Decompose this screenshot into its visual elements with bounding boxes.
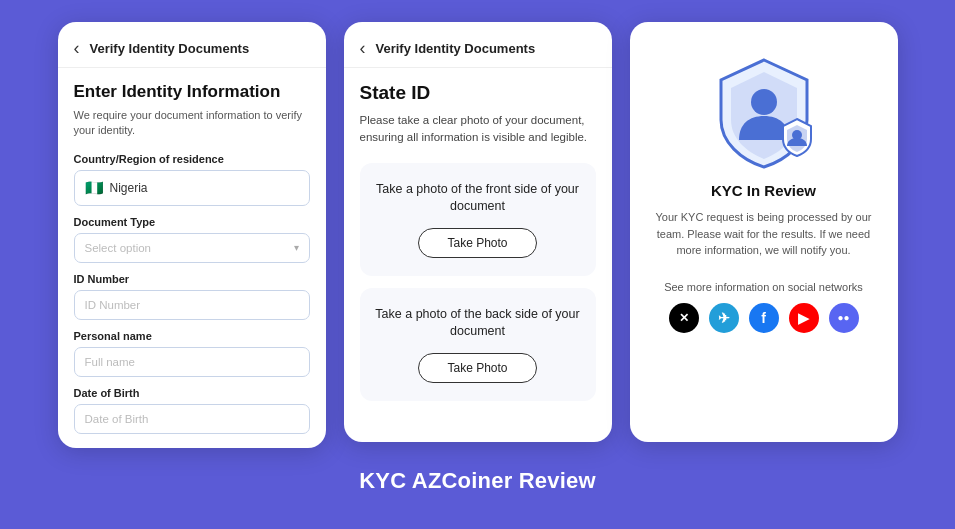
personal-name-field-label: Personal name	[74, 330, 310, 342]
chevron-down-icon: ▾	[294, 242, 299, 253]
front-photo-box: Take a photo of the front side of your d…	[360, 163, 596, 276]
country-input[interactable]: 🇳🇬 Nigeria	[74, 170, 310, 206]
card2-header: ‹ Verify Identity Documents	[344, 22, 612, 68]
card2-section-title: State ID	[360, 82, 596, 104]
back-arrow-icon[interactable]: ‹	[74, 38, 80, 59]
discord-icon[interactable]: ●●	[829, 303, 859, 333]
back-arrow-icon-2[interactable]: ‹	[360, 38, 366, 59]
nigeria-flag-icon: 🇳🇬	[85, 179, 104, 197]
telegram-icon[interactable]: ✈	[709, 303, 739, 333]
dob-input[interactable]: Date of Birth	[74, 404, 310, 434]
doc-type-select[interactable]: Select option ▾	[74, 233, 310, 263]
personal-name-input[interactable]: Full name	[74, 347, 310, 377]
card2-header-title: Verify Identity Documents	[376, 41, 536, 56]
id-number-input[interactable]: ID Number	[74, 290, 310, 320]
personal-name-placeholder: Full name	[85, 356, 136, 368]
card1-section-title: Enter Identity Information	[74, 82, 310, 102]
card2-body: State ID Please take a clear photo of yo…	[344, 68, 612, 427]
card-kyc-review: KYC In Review Your KYC request is being …	[630, 22, 898, 442]
doc-type-placeholder: Select option	[85, 242, 152, 254]
dob-field-label: Date of Birth	[74, 387, 310, 399]
country-field-label: Country/Region of residence	[74, 153, 310, 165]
kyc-review-title: KYC In Review	[711, 182, 816, 199]
shield-container	[709, 52, 819, 172]
take-back-photo-button[interactable]: Take Photo	[418, 353, 536, 383]
card1-header: ‹ Verify Identity Documents	[58, 22, 326, 68]
card1-body: Enter Identity Information We require yo…	[58, 68, 326, 448]
card-state-id: ‹ Verify Identity Documents State ID Ple…	[344, 22, 612, 442]
card1-section-desc: We require your document information to …	[74, 108, 310, 139]
kyc-review-desc: Your KYC request is being processed by o…	[630, 209, 898, 259]
facebook-icon[interactable]: f	[749, 303, 779, 333]
country-value: Nigeria	[110, 181, 148, 195]
social-icons-container: ✕ ✈ f ▶ ●●	[669, 303, 859, 333]
id-number-field-label: ID Number	[74, 273, 310, 285]
take-front-photo-button[interactable]: Take Photo	[418, 228, 536, 258]
page-bottom-title: KYC AZCoiner Review	[359, 468, 595, 494]
card-identity-info: ‹ Verify Identity Documents Enter Identi…	[58, 22, 326, 448]
front-photo-text: Take a photo of the front side of your d…	[374, 181, 582, 216]
id-number-placeholder: ID Number	[85, 299, 141, 311]
social-networks-label: See more information on social networks	[664, 281, 863, 293]
youtube-icon[interactable]: ▶	[789, 303, 819, 333]
dob-placeholder: Date of Birth	[85, 413, 149, 425]
card1-header-title: Verify Identity Documents	[90, 41, 250, 56]
back-photo-text: Take a photo of the back side of your do…	[374, 306, 582, 341]
card2-section-desc: Please take a clear photo of your docume…	[360, 112, 596, 147]
doc-type-field-label: Document Type	[74, 216, 310, 228]
shield-icon	[709, 52, 819, 172]
svg-point-0	[751, 89, 777, 115]
back-photo-box: Take a photo of the back side of your do…	[360, 288, 596, 401]
x-twitter-icon[interactable]: ✕	[669, 303, 699, 333]
